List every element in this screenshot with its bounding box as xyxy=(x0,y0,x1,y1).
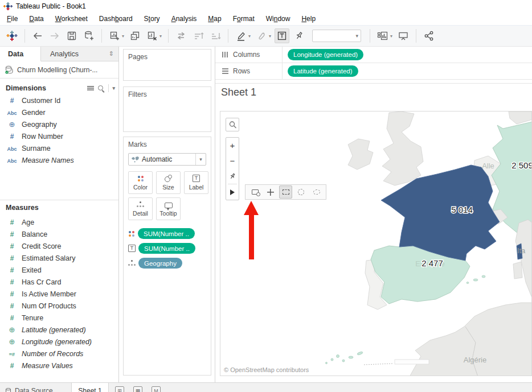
measure-field[interactable]: Estimated Salary xyxy=(0,252,118,264)
datasource-row[interactable]: Churn Modelling (Churn-... xyxy=(0,61,118,79)
undo-icon[interactable] xyxy=(30,28,45,43)
menu-item[interactable]: Map xyxy=(202,14,227,24)
redo-icon[interactable] xyxy=(47,28,62,43)
menu-item[interactable]: Help xyxy=(296,14,321,24)
tab-analytics[interactable]: Analytics⇕ xyxy=(41,47,118,61)
show-mark-labels-icon[interactable] xyxy=(275,28,289,43)
new-worksheet-icon[interactable] xyxy=(107,28,122,43)
add-data-icon[interactable] xyxy=(81,28,96,43)
marks-button[interactable]: Detail xyxy=(128,197,153,220)
marks-card: Marks Automatic ▾ Color Size Lab xyxy=(123,137,211,376)
highlight-icon[interactable] xyxy=(234,28,248,43)
dimension-field[interactable]: Measure Names xyxy=(0,154,118,166)
measure-field[interactable]: Num Of Products xyxy=(0,300,118,312)
menu-item[interactable]: Dashboard xyxy=(93,14,138,24)
radial-selection-tool[interactable] xyxy=(294,185,308,199)
measure-field[interactable]: Measure Values xyxy=(0,360,118,372)
menu-item[interactable]: Format xyxy=(227,14,260,24)
fit-selector[interactable]: ▾ xyxy=(312,30,361,42)
pin-icon[interactable] xyxy=(292,28,306,43)
rows-shelf[interactable]: Rows Latitude (generated) xyxy=(215,63,532,80)
rectangular-selection-tool[interactable] xyxy=(279,185,292,199)
marks-button[interactable]: Color xyxy=(128,171,153,194)
columns-shelf[interactable]: Columns Longitude (generated) xyxy=(215,47,532,63)
measure-field[interactable]: Number of Records xyxy=(0,348,118,360)
menu-item[interactable]: Data xyxy=(23,14,49,24)
map-search-button[interactable] xyxy=(226,118,239,131)
marks-button[interactable]: Size xyxy=(156,171,181,194)
measure-field[interactable]: Balance xyxy=(0,228,118,240)
clear-sheet-icon[interactable] xyxy=(145,28,159,43)
dimension-field[interactable]: Customer Id xyxy=(0,94,118,106)
share-icon[interactable] xyxy=(421,28,436,43)
measure-field[interactable]: Credit Score xyxy=(0,240,118,252)
columns-pill[interactable]: Longitude (generated) xyxy=(288,49,363,60)
field-pill[interactable]: SUM(Number .. xyxy=(138,243,195,254)
tab-data[interactable]: Data xyxy=(0,47,41,61)
dimension-field[interactable]: Gender xyxy=(0,106,118,118)
marks-pill-row: SUM(Number .. xyxy=(128,243,206,254)
lasso-selection-tool[interactable] xyxy=(310,185,323,199)
data-source-tab[interactable]: Data Source xyxy=(5,387,53,392)
fit-caret-icon: ▾ xyxy=(355,33,358,39)
measure-field[interactable]: Longitude (generated) xyxy=(0,336,118,348)
view-list-icon[interactable] xyxy=(87,85,94,91)
sheet-tab[interactable]: Sheet 1 xyxy=(71,383,109,392)
map-view[interactable]: Alle Espagne Ita Algérie 5 014 2 477 2 5… xyxy=(220,111,532,376)
new-worksheet-caret-icon[interactable]: ▾ xyxy=(122,34,126,39)
paperclip-caret-icon[interactable]: ▾ xyxy=(269,34,273,39)
zoom-out-button[interactable]: − xyxy=(226,153,239,168)
basemap: Alle Espagne Ita Algérie 5 014 2 477 2 5… xyxy=(220,112,532,376)
presentation-mode-icon[interactable] xyxy=(396,28,411,43)
toolbar: ▾ ▾ ▾ ▾ ▾ ▾ xyxy=(0,25,532,47)
map-tools-expand-button[interactable] xyxy=(226,184,239,200)
save-icon[interactable] xyxy=(64,28,79,43)
show-me-icon[interactable] xyxy=(375,28,390,43)
mark-type-dropdown[interactable]: Automatic ▾ xyxy=(128,153,206,166)
menu-item[interactable]: File xyxy=(1,14,23,24)
measure-field[interactable]: Tenure xyxy=(0,312,118,324)
dimension-field[interactable]: Geography xyxy=(0,118,118,130)
measure-field[interactable]: Has Cr Card xyxy=(0,276,118,288)
show-me-caret-icon[interactable]: ▾ xyxy=(390,34,395,39)
clear-sheet-caret-icon[interactable]: ▾ xyxy=(159,34,164,39)
pages-card[interactable]: Pages xyxy=(123,49,211,81)
menu-item[interactable]: Analysis xyxy=(166,14,203,24)
highlight-caret-icon[interactable]: ▾ xyxy=(248,34,253,39)
sort-ascending-icon[interactable] xyxy=(191,28,206,43)
zoom-area-tool[interactable] xyxy=(248,185,261,199)
pane-menu-caret-icon[interactable]: ▾ xyxy=(112,85,115,91)
pane-splitter[interactable] xyxy=(0,200,118,200)
find-field-icon[interactable] xyxy=(97,85,105,92)
menu-item[interactable]: Window xyxy=(260,14,296,24)
paperclip-icon[interactable] xyxy=(254,28,269,43)
field-pill[interactable]: SUM(Number .. xyxy=(138,228,195,239)
new-story-tab-icon[interactable]: M xyxy=(152,386,161,392)
measure-field[interactable]: Exited xyxy=(0,264,118,276)
rows-label: Rows xyxy=(233,67,250,75)
measure-field[interactable]: Is Active Member xyxy=(0,288,118,300)
dimensions-header: Dimensions ▾ xyxy=(0,82,118,94)
new-worksheet-tab-icon[interactable]: ⊞ xyxy=(115,386,124,392)
tool-icon xyxy=(298,189,304,195)
marks-button[interactable]: Label xyxy=(184,171,208,194)
field-pill[interactable]: Geography xyxy=(138,258,182,269)
sort-descending-icon[interactable] xyxy=(208,28,223,43)
pan-tool[interactable] xyxy=(264,185,277,199)
rows-pill[interactable]: Latitude (generated) xyxy=(288,65,358,77)
menu-item[interactable]: Story xyxy=(138,14,166,24)
new-dashboard-tab-icon[interactable]: ▦ xyxy=(133,386,142,392)
dimension-field[interactable]: Surname xyxy=(0,142,118,154)
zoom-in-button[interactable]: + xyxy=(226,138,239,153)
filters-card[interactable]: Filters xyxy=(123,86,211,132)
tableau-logo-button[interactable] xyxy=(5,28,19,43)
measure-field[interactable]: Age xyxy=(0,216,118,228)
zoom-home-pin-button[interactable] xyxy=(226,168,239,184)
dimension-field[interactable]: Row Number xyxy=(0,130,118,142)
measure-field[interactable]: Latitude (generated) xyxy=(0,324,118,336)
swap-rows-columns-icon[interactable] xyxy=(174,28,189,43)
pane-updown-icon[interactable]: ⇕ xyxy=(109,50,114,57)
marks-button[interactable]: Tooltip xyxy=(156,197,181,220)
menu-item[interactable]: Worksheet xyxy=(50,14,93,24)
duplicate-sheet-icon[interactable] xyxy=(128,28,142,43)
